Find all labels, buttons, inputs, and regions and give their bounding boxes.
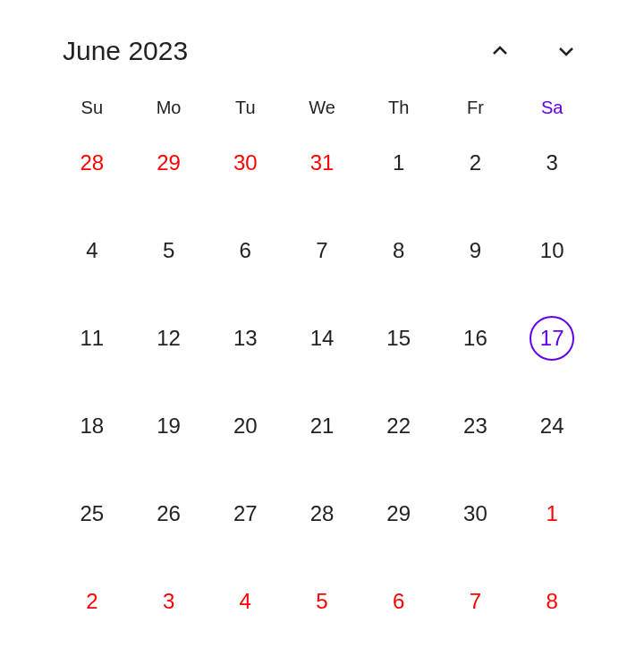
calendar-header: June 2023 xyxy=(54,36,590,66)
day-number: 19 xyxy=(147,404,191,448)
day-number: 22 xyxy=(377,404,421,448)
day-number: 24 xyxy=(530,404,574,448)
day-cell[interactable]: 1 xyxy=(360,141,437,185)
calendar: June 2023 SuMoTuWeThFrSa 282930311234567… xyxy=(54,36,590,624)
weekday-label: Su xyxy=(54,98,131,118)
day-number: 31 xyxy=(300,141,344,185)
day-cell[interactable]: 7 xyxy=(284,228,360,273)
day-cell[interactable]: 10 xyxy=(513,228,590,273)
day-cell[interactable]: 5 xyxy=(284,579,360,624)
day-cell[interactable]: 27 xyxy=(207,491,284,536)
day-number: 6 xyxy=(223,228,267,273)
day-number: 30 xyxy=(223,141,267,185)
day-number: 27 xyxy=(223,491,267,536)
day-number: 15 xyxy=(377,316,421,361)
prev-month-button[interactable] xyxy=(485,36,515,66)
day-number: 12 xyxy=(147,316,191,361)
day-number: 26 xyxy=(147,491,191,536)
day-cell[interactable]: 8 xyxy=(360,228,437,273)
day-cell[interactable]: 8 xyxy=(513,579,590,624)
day-cell[interactable]: 24 xyxy=(513,404,590,448)
day-cell[interactable]: 3 xyxy=(131,579,208,624)
day-cell[interactable]: 29 xyxy=(131,141,208,185)
day-number: 16 xyxy=(453,316,497,361)
day-cell[interactable]: 4 xyxy=(54,228,131,273)
day-cell[interactable]: 12 xyxy=(131,316,208,361)
days-grid: 2829303112345678910111213141516171819202… xyxy=(54,141,590,624)
day-cell[interactable]: 26 xyxy=(131,491,208,536)
weekday-label: Tu xyxy=(207,98,284,118)
day-number: 8 xyxy=(530,579,574,624)
day-cell[interactable]: 25 xyxy=(54,491,131,536)
day-cell[interactable]: 13 xyxy=(207,316,284,361)
day-cell[interactable]: 30 xyxy=(437,491,514,536)
day-cell[interactable]: 4 xyxy=(207,579,284,624)
day-number: 29 xyxy=(147,141,191,185)
day-cell[interactable]: 15 xyxy=(360,316,437,361)
day-cell[interactable]: 21 xyxy=(284,404,360,448)
day-number: 4 xyxy=(223,579,267,624)
day-cell[interactable]: 9 xyxy=(437,228,514,273)
day-number: 9 xyxy=(453,228,497,273)
day-number: 7 xyxy=(300,228,344,273)
day-cell[interactable]: 23 xyxy=(437,404,514,448)
day-number: 7 xyxy=(453,579,497,624)
weekday-label: Sa xyxy=(513,98,590,118)
day-cell[interactable]: 14 xyxy=(284,316,360,361)
day-cell[interactable]: 31 xyxy=(284,141,360,185)
day-cell[interactable]: 20 xyxy=(207,404,284,448)
weekday-label: We xyxy=(284,98,360,118)
chevron-up-icon xyxy=(489,40,511,62)
day-number: 5 xyxy=(147,228,191,273)
day-number: 23 xyxy=(453,404,497,448)
day-number: 10 xyxy=(530,228,574,273)
day-cell[interactable]: 16 xyxy=(437,316,514,361)
nav-buttons xyxy=(485,36,581,66)
day-number: 13 xyxy=(223,316,267,361)
day-number: 20 xyxy=(223,404,267,448)
day-number: 3 xyxy=(530,141,574,185)
day-cell[interactable]: 28 xyxy=(284,491,360,536)
weekday-label: Mo xyxy=(131,98,208,118)
weekday-label: Th xyxy=(360,98,437,118)
day-cell[interactable]: 6 xyxy=(360,579,437,624)
day-number: 21 xyxy=(300,404,344,448)
day-cell[interactable]: 19 xyxy=(131,404,208,448)
chevron-down-icon xyxy=(555,40,577,62)
day-number: 1 xyxy=(530,491,574,536)
day-number: 25 xyxy=(70,491,114,536)
day-number: 18 xyxy=(70,404,114,448)
day-number: 17 xyxy=(530,316,574,361)
day-number: 11 xyxy=(70,316,114,361)
day-number: 1 xyxy=(377,141,421,185)
day-cell[interactable]: 6 xyxy=(207,228,284,273)
day-number: 2 xyxy=(453,141,497,185)
next-month-button[interactable] xyxy=(551,36,581,66)
day-number: 5 xyxy=(300,579,344,624)
day-cell[interactable]: 2 xyxy=(437,141,514,185)
day-number: 14 xyxy=(300,316,344,361)
day-cell[interactable]: 5 xyxy=(131,228,208,273)
day-cell[interactable]: 7 xyxy=(437,579,514,624)
day-cell[interactable]: 17 xyxy=(513,316,590,361)
day-number: 2 xyxy=(70,579,114,624)
day-number: 3 xyxy=(147,579,191,624)
day-number: 8 xyxy=(377,228,421,273)
day-cell[interactable]: 18 xyxy=(54,404,131,448)
weekday-row: SuMoTuWeThFrSa xyxy=(54,98,590,118)
day-number: 30 xyxy=(453,491,497,536)
day-cell[interactable]: 29 xyxy=(360,491,437,536)
month-title: June 2023 xyxy=(63,36,188,66)
day-cell[interactable]: 11 xyxy=(54,316,131,361)
day-cell[interactable]: 1 xyxy=(513,491,590,536)
weekday-label: Fr xyxy=(437,98,514,118)
day-cell[interactable]: 3 xyxy=(513,141,590,185)
day-number: 29 xyxy=(377,491,421,536)
day-cell[interactable]: 30 xyxy=(207,141,284,185)
day-number: 28 xyxy=(300,491,344,536)
day-cell[interactable]: 28 xyxy=(54,141,131,185)
day-cell[interactable]: 22 xyxy=(360,404,437,448)
day-number: 28 xyxy=(70,141,114,185)
day-cell[interactable]: 2 xyxy=(54,579,131,624)
day-number: 6 xyxy=(377,579,421,624)
